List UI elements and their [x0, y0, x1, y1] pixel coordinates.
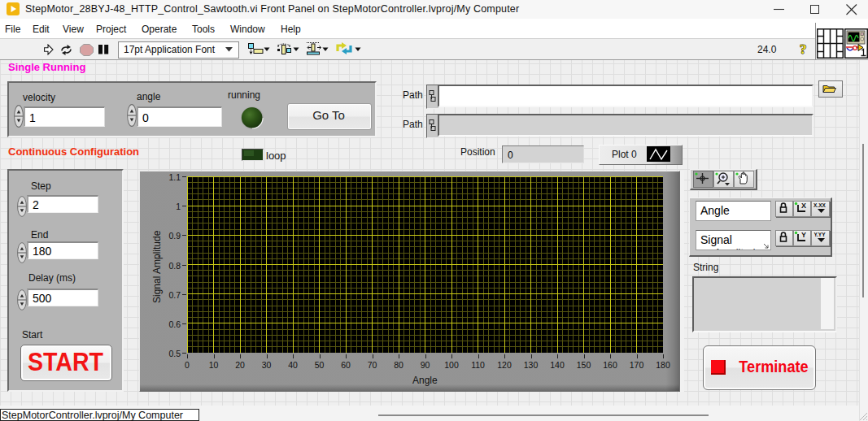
svg-text:X: X	[801, 202, 806, 210]
svg-text:?: ?	[800, 41, 807, 57]
svg-text:Y: Y	[801, 231, 806, 239]
